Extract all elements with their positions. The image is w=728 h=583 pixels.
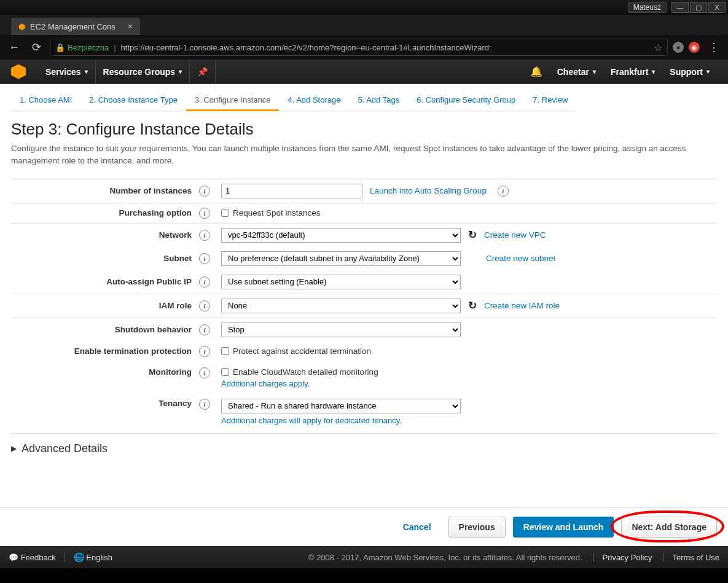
autoip-label: Auto-assign Public IP <box>11 277 195 286</box>
aws-header: Services ▾ Resource Groups ▾ 📌 🔔 Cheetar… <box>0 60 728 84</box>
subnet-select[interactable]: No preference (default subnet in any Ava… <box>221 251 461 266</box>
create-vpc-link[interactable]: Create new VPC <box>484 230 546 240</box>
previous-button[interactable]: Previous <box>448 517 506 538</box>
aws-footer: 💬 Feedback 🌐 English © 2008 - 2017, Amaz… <box>0 546 728 568</box>
aws-logo-icon[interactable] <box>11 65 26 79</box>
num-instances-label: Number of instances <box>11 186 195 195</box>
support-menu[interactable]: Support ▾ <box>662 60 717 84</box>
info-icon[interactable]: i <box>199 346 210 357</box>
browser-tabstrip: ⬢ EC2 Management Cons × <box>0 15 728 35</box>
iam-label: IAM role <box>11 301 195 310</box>
network-select[interactable]: vpc-542ff33c (default) <box>221 228 461 243</box>
info-icon[interactable]: i <box>199 186 210 197</box>
extension-icon[interactable]: ● <box>673 42 684 53</box>
page-content: 1. Choose AMI 2. Choose Instance Type 3.… <box>0 84 728 568</box>
spot-checkbox[interactable] <box>221 209 229 217</box>
globe-icon: 🌐 <box>74 552 84 562</box>
next-add-storage-button[interactable]: Next: Add Storage <box>621 517 717 538</box>
tenancy-label: Tenancy <box>11 399 195 408</box>
browser-tab[interactable]: ⬢ EC2 Management Cons × <box>11 18 140 35</box>
services-menu[interactable]: Services ▾ <box>38 60 96 84</box>
wizard-actions: Cancel Previous Review and Launch Next: … <box>0 507 728 546</box>
info-icon[interactable]: i <box>199 208 210 219</box>
page-description: Configure the instance to suit your requ… <box>11 143 717 168</box>
browser-toolbar: ← ⟳ 🔒 Bezpieczna | https://eu-central-1.… <box>0 35 728 60</box>
iam-select[interactable]: None <box>221 299 461 313</box>
info-icon[interactable]: i <box>199 399 210 410</box>
wizard-step-4[interactable]: 4. Add Storage <box>279 90 349 111</box>
back-button[interactable]: ← <box>5 39 23 57</box>
chevron-down-icon: ▾ <box>85 68 88 75</box>
chevron-down-icon: ▾ <box>179 68 182 75</box>
window-maximize[interactable]: ▢ <box>690 2 707 13</box>
wizard-step-2[interactable]: 2. Choose Instance Type <box>80 90 186 111</box>
info-icon[interactable]: i <box>199 367 210 378</box>
num-instances-input[interactable] <box>221 184 362 198</box>
asg-link[interactable]: Launch into Auto Scaling Group <box>370 186 487 195</box>
privacy-link[interactable]: Privacy Policy <box>593 553 652 562</box>
close-icon[interactable]: × <box>128 22 133 31</box>
review-launch-button[interactable]: Review and Launch <box>513 517 614 538</box>
termprot-label: Enable termination protection <box>11 346 195 356</box>
termprot-checkbox[interactable] <box>221 347 229 355</box>
reload-button[interactable]: ⟳ <box>28 38 45 57</box>
create-iam-link[interactable]: Create new IAM role <box>484 301 560 310</box>
monitor-label: Monitoring <box>11 367 195 377</box>
refresh-icon[interactable]: ↻ <box>468 229 477 241</box>
window-close[interactable]: X <box>708 2 726 13</box>
aws-cube-icon: ⬢ <box>18 22 25 31</box>
wizard-step-6[interactable]: 6. Configure Security Group <box>408 90 524 111</box>
autoip-select[interactable]: Use subnet setting (Enable) <box>221 275 461 289</box>
shutdown-label: Shutdown behavior <box>11 325 195 334</box>
monitor-charges-link[interactable]: Additional charges apply. <box>221 379 310 388</box>
os-titlebar: Mateusz — ▢ X <box>0 0 728 15</box>
info-icon[interactable]: i <box>199 324 210 335</box>
url-text: https://eu-central-1.console.aws.amazon.… <box>121 43 491 52</box>
window-minimize[interactable]: — <box>671 2 689 13</box>
tenancy-select[interactable]: Shared - Run a shared hardware instance <box>221 399 461 413</box>
purchasing-label: Purchasing option <box>11 208 195 217</box>
os-user: Mateusz <box>628 2 667 13</box>
shutdown-select[interactable]: Stop <box>221 323 461 337</box>
wizard-step-7[interactable]: 7. Review <box>524 90 576 111</box>
language-menu[interactable]: 🌐 English <box>65 552 112 562</box>
account-menu[interactable]: Cheetar ▾ <box>550 60 603 84</box>
feedback-link[interactable]: 💬 Feedback <box>9 553 56 562</box>
info-icon[interactable]: i <box>498 186 509 197</box>
tab-title: EC2 Management Cons <box>30 22 115 31</box>
copyright-text: © 2008 - 2017, Amazon Web Services, Inc.… <box>308 553 582 562</box>
create-subnet-link[interactable]: Create new subnet <box>486 254 555 263</box>
lock-icon: 🔒 Bezpieczna <box>55 43 109 52</box>
page-title: Step 3: Configure Instance Details <box>11 120 717 139</box>
bookmark-star-icon[interactable]: ☆ <box>654 42 662 53</box>
advanced-details-toggle[interactable]: ▶ Advanced Details <box>11 433 717 464</box>
refresh-icon[interactable]: ↻ <box>468 299 477 312</box>
wizard-step-1[interactable]: 1. Choose AMI <box>11 90 80 111</box>
address-bar[interactable]: 🔒 Bezpieczna | https://eu-central-1.cons… <box>50 39 668 56</box>
wizard-steps: 1. Choose AMI 2. Choose Instance Type 3.… <box>0 84 728 111</box>
tenancy-charges-link[interactable]: Additional charges will apply for dedica… <box>221 416 402 425</box>
wizard-step-5[interactable]: 5. Add Tags <box>349 90 408 111</box>
cancel-button[interactable]: Cancel <box>393 517 441 538</box>
network-label: Network <box>11 230 195 240</box>
info-icon[interactable]: i <box>199 230 210 241</box>
monitor-checkbox[interactable] <box>221 368 229 376</box>
info-icon[interactable]: i <box>199 253 210 264</box>
triangle-right-icon: ▶ <box>11 444 17 453</box>
pin-icon[interactable]: 📌 <box>190 60 216 84</box>
browser-menu-icon[interactable]: ⋮ <box>705 41 723 54</box>
resource-groups-menu[interactable]: Resource Groups ▾ <box>96 60 190 84</box>
terms-link[interactable]: Terms of Use <box>663 553 719 562</box>
subnet-label: Subnet <box>11 254 195 263</box>
config-form: Number of instances i Launch into Auto S… <box>11 179 717 464</box>
extension-mic-icon[interactable]: ◉ <box>689 42 700 53</box>
region-menu[interactable]: Frankfurt ▾ <box>603 60 662 84</box>
info-icon[interactable]: i <box>199 300 210 311</box>
info-icon[interactable]: i <box>199 276 210 288</box>
notifications-icon[interactable]: 🔔 <box>523 60 550 84</box>
wizard-step-3[interactable]: 3. Configure Instance <box>186 90 280 111</box>
